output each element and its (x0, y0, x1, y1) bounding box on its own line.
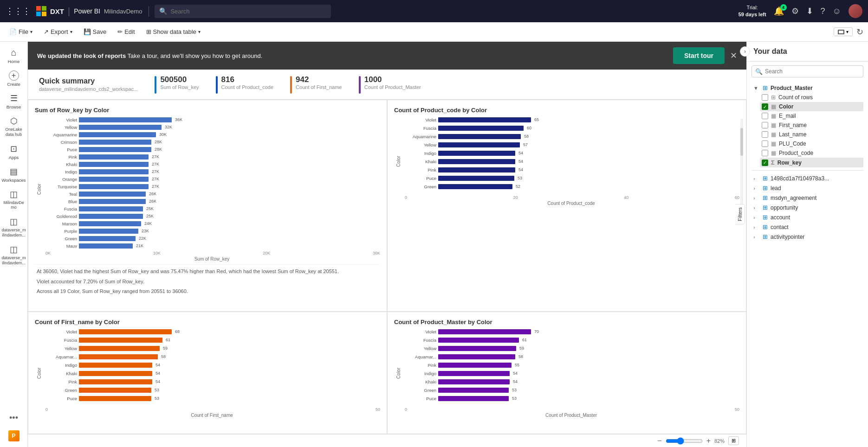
checkbox-row-key[interactable]: ✓ (762, 160, 768, 166)
bar-row: Indigo54 (403, 150, 739, 156)
bar-value: 55 (515, 363, 519, 367)
download-icon[interactable]: ⬇ (806, 6, 813, 16)
tree-field-color[interactable]: ✓ ▦ Color (760, 102, 863, 111)
checkbox-count-rows[interactable] (762, 94, 768, 101)
tree-root-node[interactable]: ▼ ⊞ Product_Master (751, 83, 863, 93)
bar-row: Green53 (44, 387, 380, 393)
bar-row: Fuscia25K (44, 205, 380, 212)
sidebar-item-dataverse1[interactable]: ◫ dataverse_m ilindavdem... (2, 214, 26, 241)
export-button[interactable]: ↗ Export ▾ (39, 26, 77, 38)
checkbox-last-name[interactable] (762, 131, 768, 138)
tree-table-id[interactable]: › ⊞ 1498cd1a7f104978a3... (751, 173, 863, 183)
file-button[interactable]: 📄 File ▾ (5, 26, 37, 38)
refresh-button[interactable]: ↻ (856, 27, 863, 37)
sidebar-item-workspaces[interactable]: ▤ Workspaces (2, 164, 26, 185)
bar-value: 58 (524, 134, 529, 139)
edit-icon: ✏ (117, 28, 123, 35)
checkbox-first-name[interactable] (762, 122, 768, 128)
zoom-slider[interactable] (666, 437, 703, 445)
bar-value: 70 (534, 329, 539, 334)
sidebar-item-create[interactable]: + Create (2, 68, 26, 89)
field-label-plu-code: PLU_Code (779, 140, 806, 147)
waffle-icon[interactable]: ⋮⋮⋮ (6, 6, 31, 16)
qs-value-4: 1000 (364, 75, 421, 84)
zoom-plus-button[interactable]: + (706, 437, 711, 445)
tree-table-account[interactable]: › ⊞ account (751, 212, 863, 222)
qs-title: Quick summary dataverse_milindavdemo_cds… (39, 77, 138, 92)
bar-fill (79, 132, 156, 137)
chart3-panel[interactable]: Count of First_name by Color Color Viole… (28, 312, 387, 434)
sidebar-item-milindavdemo[interactable]: ◫ MilindavDe mo (2, 186, 26, 213)
bar-label: Puce (44, 396, 77, 401)
tree-field-product-code[interactable]: ▦ Product_code (760, 148, 863, 158)
notification-icon[interactable]: 🔔 4 (774, 6, 784, 16)
tree-table-lead[interactable]: › ⊞ lead (751, 183, 863, 193)
zoom-minus-button[interactable]: − (657, 437, 661, 445)
bar-label: Blue (44, 199, 77, 204)
sidebar-item-onelake[interactable]: ⬡ OneLake data hub (2, 113, 26, 140)
brand-pbi: Power BI (74, 7, 100, 15)
bar-value: 32K (165, 125, 172, 129)
tree-field-row-key[interactable]: ✓ Σ Row_key (760, 158, 863, 167)
bar-row: Yellow57 (403, 141, 739, 148)
sidebar-item-home[interactable]: ⌂ Home (2, 45, 26, 67)
tree-field-count-rows[interactable]: ⊞ Count of rows (760, 93, 863, 102)
bar-fill (438, 167, 515, 172)
checkbox-color[interactable]: ✓ (762, 103, 768, 110)
field-label-first-name: First_name (779, 122, 807, 128)
close-banner-button[interactable]: ✕ (730, 51, 737, 61)
show-data-button[interactable]: ⊞ Show data table ▾ (142, 26, 205, 38)
checkbox-email[interactable] (762, 113, 768, 119)
fit-screen-button[interactable]: ⊞ (728, 436, 739, 445)
notification-banner: We updated the look of reports Take a to… (28, 42, 746, 70)
chart1-area: Color Violet36KYellow32KAquamarine30KCri… (35, 116, 380, 262)
chart3-title: Count of First_name by Color (35, 319, 380, 326)
bar-label: Violet (403, 329, 436, 334)
tree-field-email[interactable]: ▦ E_mail (760, 111, 863, 121)
sidebar-dots-button[interactable]: ••• (6, 409, 22, 427)
tree-table-activitypointer[interactable]: › ⊞ activitypointer (751, 232, 863, 242)
tree-field-last-name[interactable]: ▦ Last_name (760, 130, 863, 139)
rp-search-input[interactable] (751, 65, 863, 77)
bar-value: 23K (142, 229, 149, 233)
bar-row: Khaki54 (44, 370, 380, 377)
qs-metric-3: 942 Count of First_name (290, 75, 342, 94)
checkbox-product-code[interactable] (762, 150, 768, 156)
tree-table-contact[interactable]: › ⊞ contact (751, 222, 863, 232)
bar-fill (79, 371, 152, 376)
chart1-panel[interactable]: Sum of Row_key by Color Color Violet36KY… (28, 100, 387, 312)
user-icon[interactable]: ☺ (833, 6, 841, 16)
sidebar-item-browse[interactable]: ☰ Browse (2, 90, 26, 112)
chart4-panel[interactable]: Count of Product_Master by Color Color V… (387, 312, 746, 434)
save-button[interactable]: 💾 Save (79, 26, 111, 38)
tree-field-plu-code[interactable]: ▦ PLU_Code (760, 139, 863, 148)
chart2-panel[interactable]: Count of Product_code by Color Color Vio… (387, 100, 746, 312)
sidebar-item-dataverse2[interactable]: ◫ dataverse_m ilindavdem... (2, 242, 26, 268)
table-grid-icon: ⊞ (763, 84, 768, 91)
window-control[interactable]: ▾ (834, 27, 853, 36)
tree-table-msdyn[interactable]: › ⊞ msdyn_agreement (751, 193, 863, 203)
tree-field-first-name[interactable]: ▦ First_name (760, 121, 863, 130)
bar-value: 61 (522, 338, 527, 342)
help-icon[interactable]: ? (821, 6, 825, 16)
settings-icon[interactable]: ⚙ (791, 6, 799, 16)
toolbar: 📄 File ▾ ↗ Export ▾ 💾 Save ✏ Edit ⊞ Show… (0, 22, 868, 42)
filters-tab[interactable]: Filters (735, 204, 745, 224)
bar-fill (79, 243, 133, 249)
qs-label-2: Count of Product_code (221, 84, 274, 90)
avatar[interactable] (849, 4, 862, 18)
table-label-id: 1498cd1a7f104978a3... (771, 175, 829, 182)
table-icon-act: ⊞ (763, 233, 768, 240)
checkbox-plu-code[interactable] (762, 140, 768, 147)
tree-table-opportunity[interactable]: › ⊞ opportunity (751, 203, 863, 212)
bar-row: Puce53 (403, 395, 739, 402)
bar-label: Teal (44, 192, 77, 197)
panel-collapse-button[interactable]: › (740, 46, 750, 57)
nav-search-input[interactable] (155, 5, 331, 18)
chart1-x-ticks: 0K10K20K30K (44, 249, 380, 255)
start-tour-button[interactable]: Start tour (673, 47, 725, 64)
edit-button[interactable]: ✏ Edit (113, 26, 139, 38)
chart4-bars: Violet70Fuscia61Yellow59Aquamar...58Pink… (403, 328, 739, 418)
field-label-product-code: Product_code (779, 150, 813, 156)
sidebar-item-apps[interactable]: ⊡ Apps (2, 141, 26, 163)
